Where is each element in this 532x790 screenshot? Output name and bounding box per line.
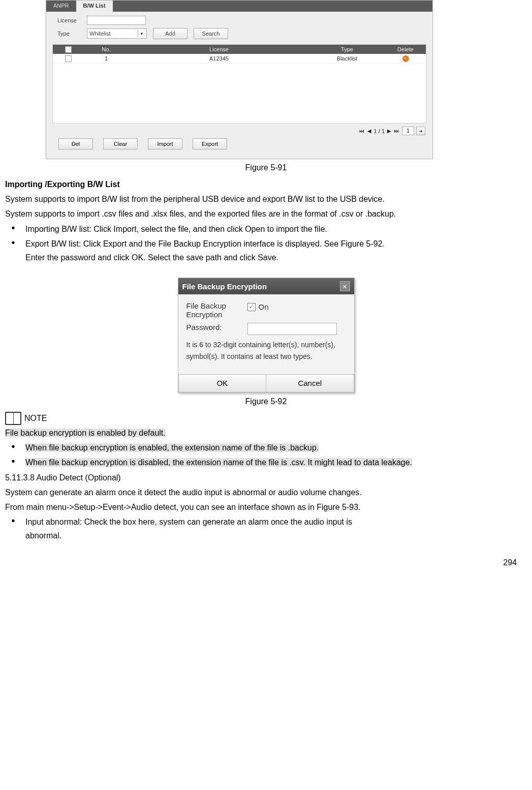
pager-text: 1 / 1	[374, 128, 385, 134]
type-label: Type	[57, 31, 87, 37]
list-item: Importing B/W list: Click Import, select…	[11, 222, 527, 236]
note-label: NOTE	[24, 411, 47, 425]
first-page-icon[interactable]: ⏮	[359, 128, 365, 134]
table-row[interactable]: 1 A12345 Blacklist −	[53, 54, 426, 64]
type-select[interactable]: Whitelist ▼	[87, 28, 147, 39]
col-license: License	[129, 46, 309, 52]
body-text: Importing /Exporting B/W List System sup…	[5, 177, 527, 264]
license-label: License	[57, 17, 87, 23]
col-type: Type	[309, 46, 385, 52]
close-icon[interactable]: ×	[340, 281, 350, 291]
select-all-checkbox[interactable]	[65, 46, 72, 53]
import-button[interactable]: Import	[148, 138, 182, 149]
paragraph: System can generate an alarm once it det…	[5, 485, 527, 499]
row-checkbox[interactable]	[65, 55, 72, 62]
search-button[interactable]: Search	[194, 28, 228, 39]
pager: ⏮ ◀ 1 / 1 ▶ ⏭ ➔	[46, 124, 432, 136]
file-backup-encryption-dialog: File Backup Encryption × File Backup Enc…	[178, 278, 355, 393]
note-line: File backup encryption is enabled by def…	[5, 429, 166, 437]
del-button[interactable]: Del	[58, 138, 93, 149]
bw-list-screenshot: ANPR B/W List License Type Whitelist ▼ A…	[46, 0, 433, 159]
note-icon	[5, 412, 21, 425]
encryption-label-b: Encryption	[186, 310, 223, 319]
encryption-checkbox[interactable]: ✓	[247, 303, 256, 311]
password-hint: It is 6 to 32-digit containing letter(s)…	[186, 339, 346, 362]
figure-caption-91: Figure 5-91	[5, 163, 527, 172]
dialog-titlebar: File Backup Encryption ×	[178, 278, 354, 294]
table-header: No. License Type Delete	[53, 45, 426, 54]
paragraph: From main menu->Setup->Event->Audio dete…	[5, 500, 527, 514]
type-select-value: Whitelist	[89, 31, 111, 37]
add-button[interactable]: Add	[153, 28, 187, 39]
clear-button[interactable]: Clear	[103, 138, 138, 149]
chevron-down-icon: ▼	[138, 30, 145, 37]
paragraph: System supports to import .csv files and…	[5, 207, 527, 221]
dialog-buttons: OK Cancel	[178, 374, 354, 392]
dialog-title-text: File Backup Encryption	[182, 282, 267, 291]
delete-row-icon[interactable]: −	[402, 55, 409, 62]
bw-table: No. License Type Delete 1 A12345 Blackli…	[52, 44, 426, 124]
password-row: Password:	[186, 323, 346, 335]
figure-caption-92: Figure 5-92	[5, 397, 527, 406]
list-item: When file backup encryption is disabled,…	[11, 455, 527, 469]
next-page-icon[interactable]: ▶	[387, 128, 392, 134]
ok-button[interactable]: OK	[178, 374, 267, 392]
action-bar: Del Clear Import Export	[46, 136, 432, 159]
password-label: Password:	[186, 323, 242, 331]
cell-license: A12345	[129, 55, 309, 62]
cell-no: 1	[83, 55, 129, 62]
page-number: 294	[5, 558, 527, 567]
encryption-row: File Backup Encryption ✓ On	[186, 301, 346, 319]
on-label: On	[259, 302, 269, 311]
list-item: When file backup encryption is enabled, …	[11, 441, 527, 454]
password-input[interactable]	[247, 323, 337, 335]
export-button[interactable]: Export	[193, 138, 227, 149]
prev-page-icon[interactable]: ◀	[367, 128, 372, 134]
list-item: Input abnormal: Check the box here, syst…	[11, 515, 527, 542]
last-page-icon[interactable]: ⏭	[394, 128, 400, 134]
section-heading: 5.11.3.8 Audio Detect (Optional)	[5, 471, 527, 484]
cell-type: Blacklist	[309, 55, 385, 62]
col-no: No.	[83, 46, 129, 52]
license-input[interactable]	[87, 16, 146, 25]
go-page-button[interactable]: ➔	[416, 127, 425, 135]
encryption-label-a: File Backup	[186, 301, 226, 310]
tab-anpr[interactable]: ANPR	[46, 1, 76, 12]
list-item: Export B/W list: Click Export and the Fi…	[11, 237, 527, 264]
filter-form: License Type Whitelist ▼ Add Search	[46, 12, 432, 44]
cancel-button[interactable]: Cancel	[266, 374, 354, 392]
note-section: NOTE File backup encryption is enabled b…	[5, 411, 527, 543]
heading-import-export: Importing /Exporting B/W List	[5, 180, 120, 189]
paragraph: System supports to import B/W list from …	[5, 192, 527, 206]
tab-bar: ANPR B/W List	[46, 1, 432, 12]
col-delete: Delete	[385, 46, 426, 52]
tab-bw-list[interactable]: B/W List	[76, 1, 113, 12]
page-input[interactable]	[402, 127, 414, 135]
